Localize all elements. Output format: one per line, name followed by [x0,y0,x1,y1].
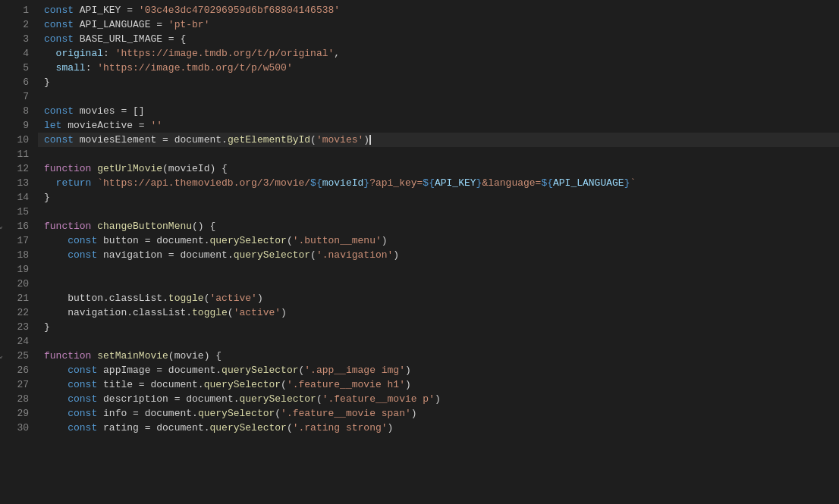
code-line: const moviesElement = document.getElemen… [38,133,839,147]
token-plain: ) [382,233,388,248]
line-number: ⌄16 [0,219,38,233]
token-plain: ( [287,233,293,248]
token-str: 'active' [209,291,256,305]
code-line: navigation.classList.toggle('active') [38,305,839,320]
token-plain: , [334,46,340,61]
line-number: 29 [0,406,38,421]
token-plain [44,176,56,190]
token-kw: const [68,392,97,406]
token-plain: ( [310,133,316,147]
token-fn: getUrlMovie [97,161,162,176]
token-plain: ( [299,363,305,377]
code-line [38,205,839,219]
token-plain: } [44,75,50,89]
token-plain: ) [363,133,369,147]
token-method: getElementById [228,133,310,147]
line-number: 19 [0,262,38,277]
token-plain: } [44,320,50,334]
token-plain [44,248,68,262]
token-plain [91,161,97,176]
token-method: querySelector [204,377,281,392]
token-kw: const [68,233,97,248]
token-str: '.app__image img' [304,363,405,377]
line-number: 4 [0,46,38,61]
code-line: const title = document.querySelector('.f… [38,377,839,392]
fold-icon[interactable]: ⌄ [0,219,3,233]
token-op: = [156,17,162,32]
code-line: const API_LANGUAGE = 'pt-br' [38,17,839,32]
token-op: = [145,233,151,248]
token-plain: : [86,61,98,75]
code-line: function getUrlMovie(movieId) { [38,161,839,176]
token-plain [44,421,68,435]
token-plain: : [103,46,115,61]
line-number: 1 [0,3,38,17]
line-number: 5 [0,61,38,75]
code-line [38,89,839,104]
token-plain: navigation.classList. [44,305,192,320]
token-kw: const [44,17,74,32]
token-op: = [121,104,127,118]
token-obj-key: small [56,61,86,75]
code-line: return `https://api.themoviedb.org/3/mov… [38,176,839,190]
token-str: 'movies' [316,133,363,147]
token-op: = [162,133,168,147]
token-plain: (movie) { [168,349,222,363]
line-number: 2 [0,17,38,32]
code-line [38,262,839,277]
line-number: 21 [0,291,38,305]
line-number: 6 [0,75,38,89]
code-line: } [38,320,839,334]
token-str: '03c4e3dc470296959d6bf68804146538' [139,3,340,17]
token-plain: ) [388,421,394,435]
token-plain: description [97,392,174,406]
line-number: 13 [0,176,38,190]
line-number: 27 [0,377,38,392]
token-plain: [] [127,104,144,118]
token-fn: changeButtonMenu [97,219,192,233]
line-number: 7 [0,89,38,104]
token-plain: document. [150,421,209,435]
token-str: '.feature__movie span' [281,406,411,421]
token-op: = [127,3,133,17]
token-plain: ) [393,248,399,262]
token-plain: document. [139,406,198,421]
fold-icon[interactable]: ⌄ [0,349,3,363]
token-str: '' [150,118,162,133]
code-line: const info = document.querySelector('.fe… [38,406,839,421]
token-plain: button.classList. [44,291,168,305]
token-kw: let [44,118,61,133]
token-kw: const [44,3,74,17]
token-method: toggle [168,291,204,305]
line-number: 23 [0,320,38,334]
token-method: querySelector [209,421,286,435]
code-line: const rating = document.querySelector('.… [38,421,839,435]
token-kw: const [44,104,74,118]
token-kw: const [68,421,97,435]
token-plain: BASE_URL_IMAGE [74,32,168,46]
token-kw: const [68,406,97,421]
code-line: button.classList.toggle('active') [38,291,839,305]
token-plain [44,61,56,75]
code-line [38,147,839,161]
line-number: 10 [0,133,38,147]
token-method: querySelector [209,233,286,248]
line-number: 17 [0,233,38,248]
line-number: 26 [0,363,38,377]
token-plain: button [97,233,144,248]
token-plain: ( [204,291,210,305]
token-plain: rating [97,421,144,435]
code-line: function changeButtonMenu() { [38,219,839,233]
token-plain: ( [316,392,322,406]
token-plain: document. [180,392,239,406]
line-number: 30 [0,421,38,435]
line-number: 12 [0,161,38,176]
token-op: = [139,118,145,133]
token-str: 'pt-br' [168,17,210,32]
token-plain: ( [228,305,234,320]
token-tmpl: `https://api.themoviedb.org/3/movie/${mo… [97,176,636,190]
token-plain: ( [287,421,293,435]
token-str: 'active' [234,305,281,320]
token-plain [91,349,97,363]
token-plain: API_LANGUAGE [74,17,156,32]
